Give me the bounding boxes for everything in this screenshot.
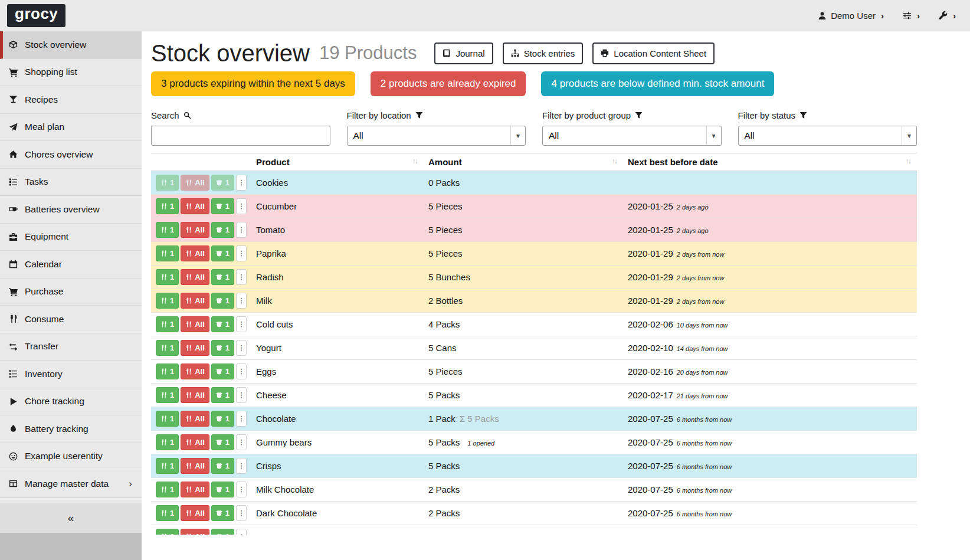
date-header[interactable]: Next best before date ↑↓ xyxy=(623,153,917,171)
open-one-button[interactable]: 1 xyxy=(211,482,234,497)
row-menu-button[interactable]: ⋮ xyxy=(236,387,247,403)
row-menu-button[interactable]: ⋮ xyxy=(236,269,247,285)
consume-all-button[interactable]: All xyxy=(181,529,209,545)
row-menu-button[interactable]: ⋮ xyxy=(236,293,247,309)
consume-one-button[interactable]: 1 xyxy=(156,340,179,356)
sidebar-item-purchase[interactable]: Purchase xyxy=(0,279,142,306)
table-row[interactable]: 1 All 1 ⋮ Milk 2 Bottles 2020-01-292 day… xyxy=(151,289,917,313)
sort-icon[interactable]: ↑↓ xyxy=(612,157,619,165)
alert-danger[interactable]: 2 products are already expired xyxy=(371,71,526,96)
open-one-button[interactable]: 1 xyxy=(211,458,234,474)
open-one-button[interactable]: 1 xyxy=(211,363,234,379)
consume-one-button[interactable]: 1 xyxy=(156,458,179,474)
consume-all-button[interactable]: All xyxy=(181,198,209,214)
sidebar-item-example-userentity[interactable]: Example userentity xyxy=(0,443,142,471)
consume-all-button[interactable]: All xyxy=(181,316,209,332)
row-menu-button[interactable]: ⋮ xyxy=(236,482,247,497)
table-row[interactable]: 1 All 1 ⋮ Radish 5 Bunches 2020-01-292 d… xyxy=(151,266,917,289)
consume-all-button[interactable]: All xyxy=(181,482,209,497)
consume-all-button[interactable]: All xyxy=(181,245,209,261)
alert-info[interactable]: 4 products are below defined min. stock … xyxy=(541,71,774,96)
sidebar-item-chore-tracking[interactable]: Chore tracking xyxy=(0,388,142,416)
table-row[interactable]: 1 All 1 ⋮ Cookies 0 Packs xyxy=(151,171,917,195)
location-content-sheet-button[interactable]: Location Content Sheet xyxy=(592,42,715,64)
user-menu[interactable]: Demo User › xyxy=(818,11,884,21)
row-menu-button[interactable]: ⋮ xyxy=(236,245,247,261)
consume-all-button[interactable]: All xyxy=(181,411,209,427)
amount-header[interactable]: Amount ↑↓ xyxy=(424,153,623,171)
table-row[interactable]: 1 All 1 ⋮ Tomato 5 Pieces 2020-01-252 da… xyxy=(151,218,917,242)
table-row[interactable]: 1 All 1 ⋮ Paprika 5 Pieces 2020-01-292 d… xyxy=(151,242,917,266)
sidebar-item-transfer[interactable]: Transfer xyxy=(0,333,142,361)
row-menu-button[interactable]: ⋮ xyxy=(236,458,247,474)
consume-one-button[interactable]: 1 xyxy=(156,411,179,427)
consume-one-button[interactable]: 1 xyxy=(156,198,179,214)
row-menu-button[interactable]: ⋮ xyxy=(236,363,247,379)
open-one-button[interactable]: 1 xyxy=(211,529,234,545)
consume-all-button[interactable]: All xyxy=(181,269,209,285)
sidebar-item-inventory[interactable]: Inventory xyxy=(0,361,142,388)
sidebar-item-batteries-overview[interactable]: Batteries overview xyxy=(0,196,142,224)
sidebar-item-equipment[interactable]: Equipment xyxy=(0,224,142,251)
table-row[interactable]: 1 All 1 ⋮ Gummy bears 5 Packs1 opened 20… xyxy=(151,431,917,454)
consume-all-button[interactable]: All xyxy=(181,387,209,403)
consume-one-button[interactable]: 1 xyxy=(156,293,179,309)
settings-menu[interactable]: › xyxy=(903,11,920,21)
open-one-button[interactable]: 1 xyxy=(211,434,234,450)
table-row[interactable]: 1 All 1 ⋮ Dark Chocolate 2 Packs 2020-07… xyxy=(151,502,917,525)
sidebar-item-manage-master-data[interactable]: Manage master data › xyxy=(0,470,142,498)
sidebar-item-meal-plan[interactable]: Meal plan xyxy=(0,114,142,142)
journal-button[interactable]: Journal xyxy=(434,42,493,64)
sidebar-item-shopping-list[interactable]: Shopping list xyxy=(0,59,142,87)
consume-all-button[interactable]: All xyxy=(181,175,209,191)
consume-one-button[interactable]: 1 xyxy=(156,387,179,403)
consume-one-button[interactable]: 1 xyxy=(156,505,179,521)
sidebar-collapse-button[interactable]: « xyxy=(0,503,142,533)
open-one-button[interactable]: 1 xyxy=(211,198,234,214)
alert-warning[interactable]: 3 products expiring within the next 5 da… xyxy=(151,71,355,96)
sidebar-item-consume[interactable]: Consume xyxy=(0,306,142,333)
search-input[interactable] xyxy=(151,126,330,146)
sidebar-item-calendar[interactable]: Calendar xyxy=(0,251,142,279)
location-select[interactable]: All ▾ xyxy=(347,126,526,146)
consume-one-button[interactable]: 1 xyxy=(156,363,179,379)
consume-one-button[interactable]: 1 xyxy=(156,482,179,497)
consume-one-button[interactable]: 1 xyxy=(156,434,179,450)
sort-icon[interactable]: ↑↓ xyxy=(906,157,913,165)
row-menu-button[interactable]: ⋮ xyxy=(236,529,247,545)
open-one-button[interactable]: 1 xyxy=(211,175,234,191)
sidebar-item-stock-overview[interactable]: Stock overview xyxy=(0,31,142,59)
open-one-button[interactable]: 1 xyxy=(211,269,234,285)
status-select[interactable]: All ▾ xyxy=(738,126,917,146)
row-menu-button[interactable]: ⋮ xyxy=(236,316,247,332)
row-menu-button[interactable]: ⋮ xyxy=(236,175,247,191)
consume-one-button[interactable]: 1 xyxy=(156,269,179,285)
row-menu-button[interactable]: ⋮ xyxy=(236,411,247,427)
sidebar-item-battery-tracking[interactable]: Battery tracking xyxy=(0,415,142,443)
table-row[interactable]: 1 All 1 ⋮ Crisps 5 Packs 2020-07-256 mon… xyxy=(151,454,917,478)
sidebar-item-recipes[interactable]: Recipes xyxy=(0,86,142,114)
open-one-button[interactable]: 1 xyxy=(211,316,234,332)
table-row[interactable]: 1 All 1 ⋮ xyxy=(151,525,917,549)
consume-all-button[interactable]: All xyxy=(181,293,209,309)
consume-all-button[interactable]: All xyxy=(181,434,209,450)
open-one-button[interactable]: 1 xyxy=(211,387,234,403)
consume-one-button[interactable]: 1 xyxy=(156,222,179,238)
open-one-button[interactable]: 1 xyxy=(211,293,234,309)
row-menu-button[interactable]: ⋮ xyxy=(236,222,247,238)
table-row[interactable]: 1 All 1 ⋮ Milk Chocolate 2 Packs 2020-07… xyxy=(151,478,917,502)
consume-one-button[interactable]: 1 xyxy=(156,529,179,545)
table-row[interactable]: 1 All 1 ⋮ Yogurt 5 Cans 2020-02-1014 day… xyxy=(151,336,917,360)
open-one-button[interactable]: 1 xyxy=(211,340,234,356)
sidebar-item-tasks[interactable]: Tasks xyxy=(0,169,142,197)
consume-all-button[interactable]: All xyxy=(181,458,209,474)
sidebar-item-chores-overview[interactable]: Chores overview xyxy=(0,141,142,169)
admin-menu[interactable]: › xyxy=(939,11,956,21)
consume-all-button[interactable]: All xyxy=(181,340,209,356)
product-group-select[interactable]: All ▾ xyxy=(542,126,722,146)
consume-one-button[interactable]: 1 xyxy=(156,175,179,191)
stock-entries-button[interactable]: Stock entries xyxy=(503,42,584,64)
table-row[interactable]: 1 All 1 ⋮ Cheese 5 Packs 2020-02-1721 da… xyxy=(151,384,917,407)
consume-one-button[interactable]: 1 xyxy=(156,316,179,332)
consume-all-button[interactable]: All xyxy=(181,363,209,379)
